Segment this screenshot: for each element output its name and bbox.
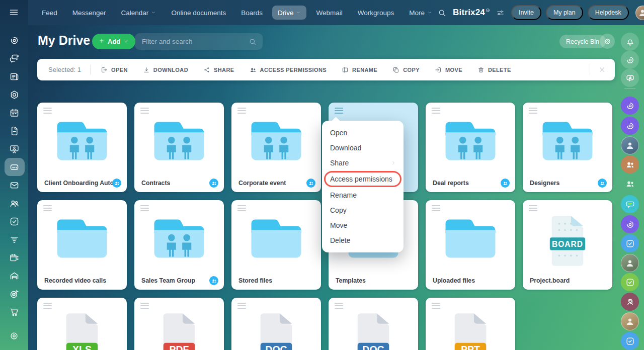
tile-menu-icon[interactable]: [43, 303, 52, 309]
file-tile-ppt[interactable]: PPT: [426, 298, 515, 350]
task-chat-check-square-icon[interactable]: [621, 273, 639, 291]
menu-item-open[interactable]: Open: [322, 125, 404, 140]
sidebar-item-mail[interactable]: [3, 180, 25, 191]
group-chat-badge-people-icon[interactable]: [621, 174, 639, 193]
nav-item-more[interactable]: More: [404, 6, 438, 20]
gear-icon[interactable]: [600, 34, 615, 49]
tile-menu-icon[interactable]: [43, 108, 52, 114]
tile-menu-icon[interactable]: [237, 108, 246, 114]
folder-tile[interactable]: Corporate event: [231, 103, 321, 192]
nav-item-workgroups[interactable]: Workgroups: [352, 6, 400, 20]
folder-tile[interactable]: Designers: [523, 103, 612, 192]
tile-menu-icon[interactable]: [237, 205, 246, 211]
tile-menu-icon[interactable]: [43, 205, 52, 211]
tile-menu-icon[interactable]: [432, 303, 440, 309]
sidebar-item-documents[interactable]: [3, 125, 25, 137]
search-icon[interactable]: [438, 9, 446, 17]
group-chat-badge-people-icon[interactable]: [621, 155, 639, 173]
delete-button[interactable]: DELETE: [477, 66, 511, 73]
move-button[interactable]: MOVE: [435, 66, 462, 73]
open-button[interactable]: OPEN: [101, 66, 128, 73]
settings-icon[interactable]: [9, 330, 20, 343]
sidebar-item-calendar[interactable]: [3, 107, 25, 119]
menu-item-delete[interactable]: Delete: [322, 233, 404, 248]
sidebar-item-feed[interactable]: [3, 71, 25, 82]
file-tile-doc[interactable]: DOC: [231, 298, 321, 350]
nav-item-boards[interactable]: Boards: [235, 6, 268, 20]
nav-item-calendar[interactable]: Calendar: [116, 6, 162, 20]
tile-menu-icon[interactable]: [335, 108, 343, 114]
add-button[interactable]: Add: [92, 34, 135, 49]
tile-menu-icon[interactable]: [432, 108, 440, 114]
sidebar-item-marketing[interactable]: [3, 288, 25, 300]
sidebar-item-tasks[interactable]: [3, 216, 25, 227]
tile-menu-icon[interactable]: [529, 205, 537, 211]
support-chat-headset-icon[interactable]: [621, 293, 639, 311]
folder-tile[interactable]: Sales Team Group: [134, 200, 224, 290]
folder-tile[interactable]: Stored files: [231, 200, 321, 290]
rename-button[interactable]: RENAME: [342, 66, 377, 73]
tile-menu-icon[interactable]: [140, 205, 149, 211]
copilot-chat-spiral-icon[interactable]: [621, 215, 639, 233]
nav-item-online-documents[interactable]: Online documents: [166, 6, 231, 20]
file-tile-xls[interactable]: XLS: [37, 298, 127, 350]
sliders-icon[interactable]: [496, 9, 505, 17]
menu-item-download[interactable]: Download: [322, 140, 404, 155]
folder-tile[interactable]: Deal reports: [426, 103, 515, 192]
search-input[interactable]: [135, 38, 249, 45]
sidebar-item-store[interactable]: [3, 306, 25, 318]
sidebar-item-crm[interactable]: [3, 89, 25, 101]
tile-menu-icon[interactable]: [529, 108, 537, 114]
share-button[interactable]: SHARE: [203, 66, 234, 73]
folder-tile[interactable]: Recorded video calls: [37, 200, 127, 290]
tile-menu-icon[interactable]: [140, 303, 149, 309]
menu-item-copy[interactable]: Copy: [322, 203, 404, 218]
open-channels-chat-sync-icon[interactable]: [621, 69, 639, 87]
file-tile-pdf[interactable]: PDF: [134, 298, 224, 350]
menu-item-access-permissions[interactable]: Access permissions: [324, 171, 401, 187]
recycle-bin-button[interactable]: Recycle Bin: [559, 35, 606, 48]
task-chat-check-square-icon[interactable]: [621, 332, 639, 350]
copilot-chat-spiral-icon[interactable]: [621, 97, 639, 115]
sidebar-item-boards[interactable]: [3, 143, 25, 155]
user-avatar[interactable]: [621, 254, 639, 272]
nav-item-drive[interactable]: Drive: [272, 6, 307, 20]
folder-tile[interactable]: Uploaded files: [426, 200, 515, 290]
my-plan-button[interactable]: My plan: [546, 5, 583, 20]
tile-menu-icon[interactable]: [140, 108, 149, 114]
folder-tile[interactable]: BOARDProject.board: [523, 200, 612, 290]
hamburger-menu-icon[interactable]: [9, 7, 19, 20]
nav-item-webmail[interactable]: Webmail: [310, 6, 348, 20]
sidebar-item-workgroups[interactable]: [3, 198, 25, 209]
tile-menu-icon[interactable]: [432, 205, 440, 211]
copilot-spiral-icon[interactable]: [621, 51, 639, 69]
copy-button[interactable]: COPY: [392, 66, 420, 73]
search-icon[interactable]: [249, 38, 263, 46]
folder-tile[interactable]: Contracts: [134, 103, 224, 192]
sidebar-item-inventory[interactable]: [3, 270, 25, 282]
task-chat-check-square-icon[interactable]: [621, 234, 639, 252]
channel-chat-chat-lines-icon[interactable]: [621, 195, 639, 213]
sidebar-item-messenger[interactable]: [3, 53, 25, 64]
user-avatar[interactable]: [621, 312, 639, 330]
menu-item-rename[interactable]: Rename: [322, 188, 404, 203]
user-avatar[interactable]: [621, 136, 639, 154]
sidebar-item-workflows[interactable]: [3, 252, 25, 264]
copilot-chat-spiral-icon[interactable]: [621, 117, 639, 135]
notifications-bell-icon[interactable]: [621, 33, 639, 51]
sidebar-item-sales-funnel[interactable]: [3, 234, 25, 245]
folder-tile[interactable]: Client Onboarding Automa...: [37, 103, 127, 192]
tile-menu-icon[interactable]: [237, 303, 246, 309]
download-button[interactable]: DOWNLOAD: [143, 66, 188, 73]
sidebar-item-drive[interactable]: [3, 161, 25, 173]
nav-item-feed[interactable]: Feed: [36, 6, 63, 20]
sidebar-item-copilot[interactable]: [3, 35, 25, 46]
menu-item-share[interactable]: Share: [322, 155, 404, 170]
close-icon[interactable]: [590, 64, 608, 75]
file-tile-doc[interactable]: DOC: [329, 298, 418, 350]
tile-menu-icon[interactable]: [335, 303, 343, 309]
nav-item-messenger[interactable]: Messenger: [67, 6, 112, 20]
menu-item-move[interactable]: Move: [322, 218, 404, 233]
invite-button[interactable]: Invite: [511, 5, 541, 20]
access-permissions-button[interactable]: ACCESS PERMISSIONS: [250, 66, 327, 73]
